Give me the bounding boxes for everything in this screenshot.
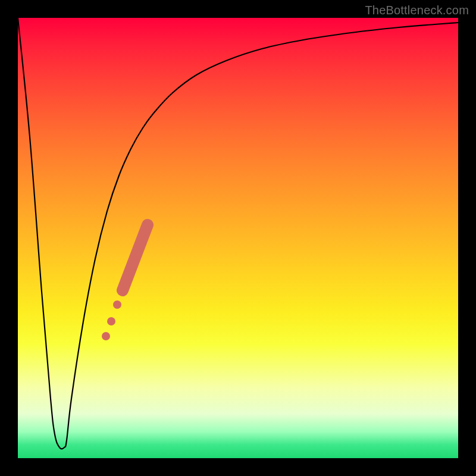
highlight-dot (102, 332, 110, 340)
plot-area (18, 18, 458, 458)
highlight-dot (113, 300, 121, 309)
chart-svg (18, 18, 458, 458)
highlight-dot (107, 317, 115, 325)
watermark-text: TheBottleneck.com (365, 4, 469, 17)
chart-frame: TheBottleneck.com (0, 0, 476, 476)
highlight-bar (123, 225, 148, 290)
gpu-range-highlight (102, 225, 148, 340)
bottleneck-curve (18, 18, 458, 449)
